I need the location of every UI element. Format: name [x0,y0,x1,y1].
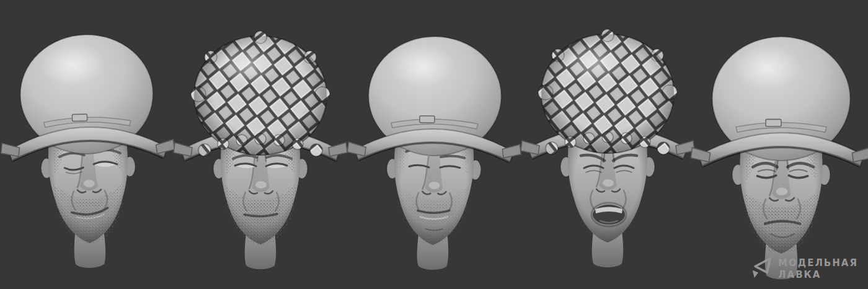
right-strap-stub [852,148,868,162]
right-strap-stub [329,143,347,156]
head-1 [0,0,174,289]
watermark-line2: ЛАВКА [778,269,858,280]
left-strap-stub [521,141,539,154]
render-canvas: МОДЕЛЬНАЯ ЛАВКА [0,0,868,289]
strap-buckle [420,116,435,123]
left-strap-stub [1,143,19,157]
right-strap-stub [156,140,174,154]
watermark-line1: МОДЕЛЬНАЯ [778,257,858,269]
folded-arrow-icon [751,256,772,282]
left-strap-stub [174,143,192,156]
heads-row [0,0,868,289]
head-3 [347,0,521,289]
strap-buckle [766,119,781,126]
helmet [174,31,347,161]
head-2 [174,0,347,289]
helmet-highlight [215,45,279,87]
helmet [521,29,694,159]
watermark-text: МОДЕЛЬНАЯ ЛАВКА [778,257,858,280]
helmet [347,35,523,163]
helmet [0,33,175,162]
head-5 [694,0,868,289]
helmet [691,37,868,167]
left-strap-stub [691,148,710,162]
right-strap-stub [502,144,521,158]
head-4 [521,0,694,289]
helmet-highlight [562,43,626,85]
helmet-highlight [733,46,800,90]
left-strap-stub [347,142,366,156]
strap-buckle [72,114,87,122]
watermark: МОДЕЛЬНАЯ ЛАВКА [751,256,858,282]
